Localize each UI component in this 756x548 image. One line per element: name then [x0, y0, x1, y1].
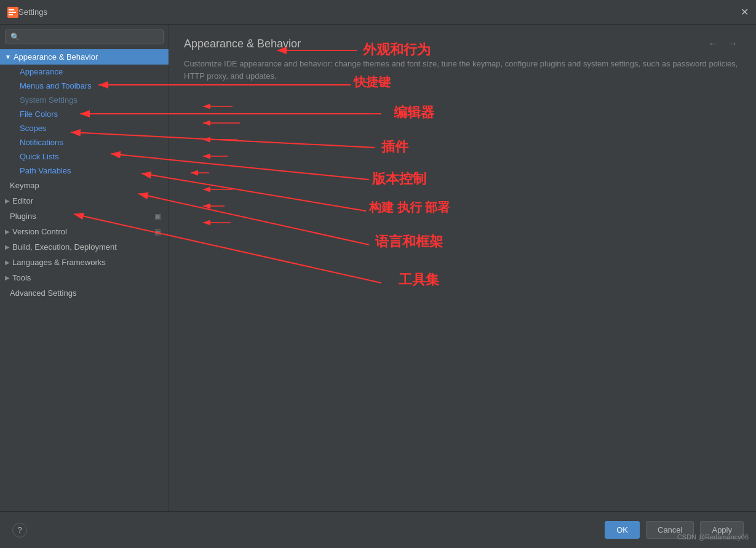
sidebar-sub-item-scopes[interactable]: Scopes: [0, 121, 169, 135]
nav-forward-button[interactable]: →: [724, 37, 741, 50]
sidebar: ▼ Appearance & Behavior Appearance Menus…: [0, 25, 169, 511]
close-button[interactable]: ✕: [741, 7, 749, 17]
expand-arrow-icon: ▶: [5, 244, 10, 250]
sidebar-item-appearance-behavior[interactable]: ▼ Appearance & Behavior: [0, 49, 169, 65]
watermark: CSDN @Redamancy06: [677, 533, 749, 541]
sidebar-sub-item-system-settings[interactable]: System Settings: [0, 93, 169, 107]
content-header: Appearance & Behavior ← →: [184, 37, 741, 50]
expand-arrow-icon: ▼: [5, 54, 11, 60]
title-bar: Settings ✕: [0, 0, 756, 25]
svg-rect-3: [9, 14, 13, 15]
sidebar-item-label: Editor: [12, 196, 33, 205]
sidebar-item-advanced-settings[interactable]: Advanced Settings: [0, 285, 169, 301]
sidebar-item-label: Languages & Frameworks: [12, 258, 106, 267]
expand-arrow-icon: ▶: [5, 274, 10, 281]
nav-buttons: ← →: [704, 37, 741, 50]
sidebar-item-version-control[interactable]: ▶ Version Control ▣: [0, 224, 169, 239]
sidebar-item-label: Build, Execution, Deployment: [12, 242, 117, 252]
sidebar-item-label: Appearance & Behavior: [14, 52, 98, 62]
vc-icon: ▣: [154, 228, 161, 236]
sidebar-sub-item-file-colors[interactable]: File Colors: [0, 107, 169, 121]
expand-arrow-icon: ▶: [5, 197, 10, 204]
content-title: Appearance & Behavior: [184, 38, 704, 50]
sub-item-label: Menus and Toolbars: [20, 81, 92, 90]
sub-item-label: Appearance: [20, 67, 63, 76]
plugin-icon: ▣: [154, 212, 161, 221]
nav-back-button[interactable]: ←: [704, 37, 722, 50]
sidebar-item-label: Keymap: [10, 181, 39, 190]
expand-arrow-icon: ▶: [5, 259, 10, 266]
sub-item-label: Path Variables: [20, 166, 71, 175]
sidebar-item-editor[interactable]: ▶ Editor: [0, 193, 169, 208]
search-input[interactable]: [5, 30, 164, 44]
sub-item-label: Notifications: [20, 138, 63, 147]
content-area: Appearance & Behavior ← → Customize IDE …: [169, 25, 756, 511]
sidebar-item-label: Tools: [12, 273, 31, 282]
sidebar-item-label: Plugins: [10, 212, 154, 221]
sidebar-sub-item-appearance[interactable]: Appearance: [0, 65, 169, 79]
app-icon: [7, 7, 18, 18]
expand-arrow-icon: ▶: [5, 228, 10, 235]
bottom-bar: ? OK Cancel Apply: [0, 511, 756, 548]
svg-rect-2: [9, 12, 16, 13]
svg-rect-1: [9, 9, 14, 10]
content-description: Customize IDE appearance and behavior: c…: [184, 58, 741, 82]
sub-item-label: Quick Lists: [20, 152, 59, 161]
sidebar-item-plugins[interactable]: Plugins ▣: [0, 208, 169, 224]
sidebar-item-label: Advanced Settings: [10, 288, 76, 298]
sub-item-label: File Colors: [20, 109, 58, 119]
sidebar-sub-item-notifications[interactable]: Notifications: [0, 135, 169, 149]
sub-item-label: System Settings: [20, 95, 78, 105]
ok-button[interactable]: OK: [605, 521, 640, 539]
sidebar-item-build[interactable]: ▶ Build, Execution, Deployment: [0, 239, 169, 255]
sidebar-item-keymap[interactable]: Keymap: [0, 178, 169, 193]
sidebar-sub-item-menus-toolbars[interactable]: Menus and Toolbars: [0, 79, 169, 93]
sidebar-item-languages[interactable]: ▶ Languages & Frameworks: [0, 255, 169, 270]
help-button[interactable]: ?: [12, 523, 27, 538]
sidebar-item-tools[interactable]: ▶ Tools: [0, 270, 169, 285]
main-container: ▼ Appearance & Behavior Appearance Menus…: [0, 25, 756, 511]
sidebar-item-label: Version Control: [12, 227, 154, 236]
sub-item-label: Scopes: [20, 124, 46, 133]
window-title: Settings: [18, 7, 47, 17]
sidebar-sub-item-path-variables[interactable]: Path Variables: [0, 164, 169, 178]
sidebar-sub-item-quick-lists[interactable]: Quick Lists: [0, 149, 169, 164]
